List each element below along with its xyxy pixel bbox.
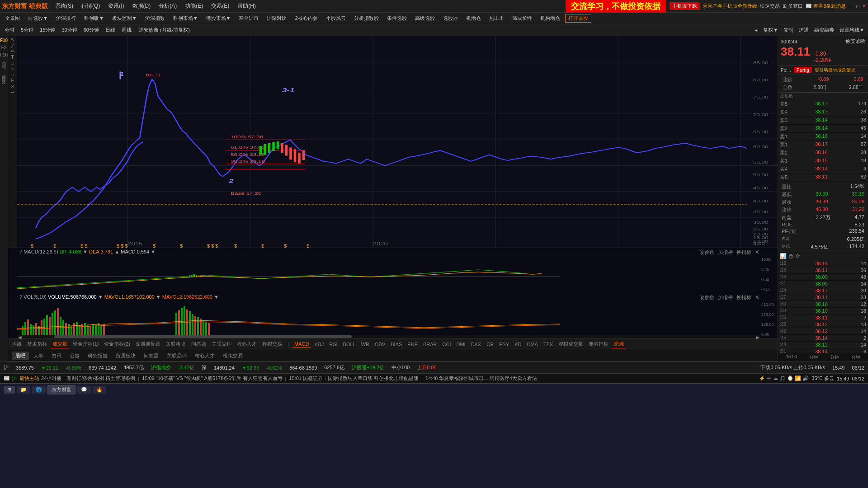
news-notify[interactable]: 📰 查看3条新消息 — [806, 3, 846, 9]
taskbar-other[interactable]: 🔥 — [93, 386, 106, 394]
btn-core[interactable]: 2核心内参 — [292, 14, 321, 23]
draw-line[interactable]: ╱ — [11, 43, 14, 48]
multi-screen[interactable]: ⊞ 多窗口 — [783, 3, 803, 9]
draw-undo[interactable]: ↩ — [11, 90, 14, 95]
chart-scrollbar[interactable]: ◀ ▶ — [17, 335, 760, 338]
sidebar-f10b[interactable]: F10 — [0, 52, 8, 58]
btn-overview[interactable]: 全景图 — [2, 14, 23, 23]
btn-watchlist[interactable]: 自选股▼ — [25, 14, 51, 23]
news-text2[interactable]: 15:09 "10倍基" VS "绞肉机" A股5178条6年后 有人狂喜有人血… — [142, 375, 282, 382]
sidebar-indicator2[interactable]: 2 — [2, 66, 6, 70]
btn-increase[interactable]: 机增仓 — [463, 14, 484, 23]
sidebar-f10[interactable]: F10 — [0, 37, 8, 44]
scroll-left[interactable]: ◀ — [18, 335, 22, 340]
tool-copy[interactable]: 复制 — [782, 26, 795, 34]
tab-events[interactable]: 大事 — [30, 352, 47, 360]
news-text3[interactable]: 15:01 国盛证券：国际指数纳入覃口线 科创板北上增配提速 — [289, 375, 419, 382]
nav-function[interactable]: 功能(E) — [181, 1, 207, 11]
vol-params[interactable]: 改参数 — [699, 294, 714, 301]
main-chart[interactable]: ↖ ╱ ✏ T □ ○ → F ✕ ↩ — [8, 36, 778, 248]
ind-kdj[interactable]: KDJ — [312, 341, 326, 347]
nav-market[interactable]: 行情(Q) — [78, 1, 104, 11]
tab-guba[interactable]: 股吧 — [12, 352, 29, 360]
btn-15min[interactable]: 15:00 — [786, 354, 797, 361]
window-close[interactable]: ✕ — [862, 3, 866, 9]
tf-30[interactable]: 30分钟 — [59, 26, 80, 34]
set-avg[interactable]: 设置均线▼ — [838, 26, 866, 34]
news-text1[interactable]: 24小时播：理财行/条例/条例 精土管理条例 — [41, 375, 135, 382]
btn-hot[interactable]: 热出击 — [486, 14, 507, 23]
btn-shsz[interactable]: 沪深指数 — [142, 14, 168, 23]
btn-fen-tab[interactable]: 分钟 — [809, 354, 818, 361]
nav-info[interactable]: 资讯(I) — [104, 1, 127, 11]
btn-advanced[interactable]: 高级选股 — [412, 14, 438, 23]
taskbar-explorer[interactable]: 📁 — [17, 386, 30, 394]
ind-tab-tech[interactable]: 技术指标 — [25, 340, 49, 348]
macd-close[interactable]: ✕ — [755, 249, 760, 256]
tab-news[interactable]: 资讯 — [48, 352, 65, 360]
tf-fen[interactable]: 分时 — [2, 26, 17, 34]
tab-qa[interactable]: 问答题 — [140, 352, 162, 360]
fertig-button[interactable]: Fertig — [794, 67, 812, 73]
rp-tool-delete[interactable]: 🗑 — [788, 253, 794, 259]
btn-condition[interactable]: 条件选股 — [384, 14, 410, 23]
ind-tab-vol[interactable]: 成交量 — [51, 340, 69, 348]
margin[interactable]: 融资融券 — [812, 26, 836, 34]
sidebar-p[interactable]: P — [2, 61, 6, 66]
tab-notice[interactable]: 公告 — [66, 352, 83, 360]
draw-pen[interactable]: ✏ — [11, 49, 14, 54]
ind-cci[interactable]: CCI — [441, 341, 453, 347]
ind-kd[interactable]: KD — [513, 341, 523, 347]
nav-data[interactable]: 数据(D) — [129, 1, 155, 11]
ind-wr[interactable]: WR — [359, 341, 371, 347]
btn-shrank[interactable]: 沪深排行 — [53, 14, 79, 23]
rp-tool-chart[interactable]: 📊 — [780, 253, 787, 259]
btn-fen-tab2[interactable]: 分钟 — [830, 354, 839, 361]
macd-params[interactable]: 改参数 — [699, 249, 714, 256]
ind-boll[interactable]: BOLL — [341, 341, 358, 347]
btn-hk[interactable]: 港股市场▼ — [203, 14, 234, 23]
draw-clear[interactable]: ✕ — [11, 84, 14, 89]
ind-tab-capital[interactable]: 资金指标(1) — [71, 340, 100, 348]
ind-dma[interactable]: DMA — [525, 341, 539, 347]
btn-compare[interactable]: 沪深对比 — [264, 14, 290, 23]
sidebar-shi[interactable]: 时 — [1, 73, 7, 75]
window-min[interactable]: — — [849, 4, 854, 9]
btn-analysis[interactable]: 分析指数股 — [351, 14, 382, 23]
macd-switch[interactable]: 换指标 — [736, 249, 751, 256]
ind-bias[interactable]: BIAS — [389, 341, 404, 347]
btn-kcmarket[interactable]: 科创市场▼ — [170, 14, 201, 23]
sidebar-indicator1[interactable]: 指 — [1, 59, 7, 61]
ind-brar[interactable]: BRAR — [421, 341, 439, 347]
draw-cursor[interactable]: ↖ — [11, 37, 14, 42]
hutong[interactable]: 沪通 — [797, 26, 811, 34]
btn-selector[interactable]: 选股器 — [440, 14, 461, 23]
ind-dkx[interactable]: DKX — [469, 341, 483, 347]
tf-15[interactable]: 15分钟 — [37, 26, 58, 34]
zoom-in-icon[interactable]: + — [753, 27, 760, 33]
ind-tbx[interactable]: TBX — [542, 341, 555, 347]
zoom-reset[interactable]: 复权▼ — [761, 26, 780, 34]
tf-week[interactable]: 周线 — [119, 26, 134, 34]
draw-text[interactable]: T — [11, 55, 14, 60]
news-text4[interactable]: 14:48 华夏幸福深圳城市群... 阿精医疗4大卖方看法 — [425, 375, 537, 382]
news-sh-label[interactable]: 沪 — [12, 375, 17, 382]
taskbar-app[interactable]: 东方财富 — [47, 385, 75, 394]
ind-ene[interactable]: ENE — [406, 341, 420, 347]
ind-obv[interactable]: OBV — [373, 341, 387, 347]
rp-tool-refresh[interactable]: ⟳ — [796, 253, 800, 259]
mobile-download[interactable]: 手机版下载 — [670, 2, 700, 10]
taskbar-wechat[interactable]: 💬 — [77, 386, 91, 394]
draw-arrow[interactable]: → — [10, 72, 15, 77]
ind-tab-core[interactable]: 核心人才 — [235, 340, 259, 348]
ind-factor[interactable]: 要素指标 — [587, 340, 610, 348]
btn-kcb[interactable]: 科创版▼ — [81, 14, 107, 23]
vol-add[interactable]: 加指标 — [718, 294, 733, 301]
tf-5[interactable]: 5分钟 — [18, 26, 36, 34]
vol-close[interactable]: ✕ — [755, 294, 760, 301]
fund-promo[interactable]: 天天基金手机版全新升级 — [703, 3, 757, 9]
btn-individual[interactable]: 个股风云 — [323, 14, 349, 23]
ind-rsi[interactable]: RSI — [327, 341, 339, 347]
nav-analysis[interactable]: 分析(A) — [155, 1, 180, 11]
nav-trade[interactable]: 交易(E) — [208, 1, 233, 11]
